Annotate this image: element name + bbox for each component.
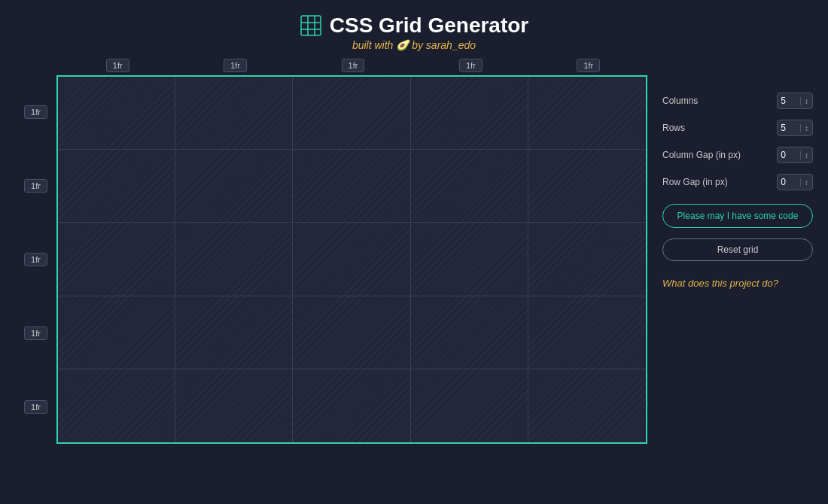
row-label-1: 1fr [15, 75, 56, 149]
grid-cell[interactable] [293, 223, 410, 296]
rows-input[interactable] [778, 120, 800, 135]
col-gap-label: Column Gap (in px) [662, 150, 741, 160]
controls-panel: Columns ↕ Rows ↕ Column Gap (in px) ↕ Ro… [662, 59, 813, 289]
grid-cell[interactable] [175, 223, 293, 296]
row-label-4: 1fr [15, 296, 56, 370]
grid-cell[interactable] [411, 77, 528, 150]
app-subtitle: built with 🥑 by sarah_edo [300, 39, 529, 51]
grid-cell[interactable] [175, 369, 293, 442]
grid-cell[interactable] [175, 150, 293, 223]
grid-cell[interactable] [293, 369, 410, 442]
get-code-button[interactable]: Please may I have some code [662, 204, 813, 228]
row-gap-input[interactable] [778, 175, 800, 190]
grid-cell[interactable] [293, 150, 410, 223]
rows-label: Rows [662, 123, 685, 133]
col-gap-control-row: Column Gap (in px) ↕ [662, 147, 813, 163]
columns-input[interactable] [778, 93, 800, 108]
grid-cell[interactable] [528, 223, 646, 296]
grid-cell[interactable] [293, 77, 410, 150]
row-gap-spinner[interactable]: ↕ [800, 178, 812, 187]
columns-control-row: Columns ↕ [662, 93, 813, 109]
grid-with-row-labels: 1fr 1fr 1fr 1fr 1fr [15, 75, 647, 444]
header: CSS Grid Generator built with 🥑 by sarah… [300, 0, 529, 59]
reset-grid-button[interactable]: Reset grid [662, 238, 813, 261]
col-gap-input-group[interactable]: ↕ [777, 147, 813, 163]
col-gap-spinner[interactable]: ↕ [800, 151, 812, 159]
grid-cell[interactable] [528, 296, 646, 369]
grid-cell[interactable] [293, 296, 410, 369]
grid-cell[interactable] [175, 296, 293, 369]
grid-section: 1fr 1fr 1fr 1fr 1fr 1fr 1fr [15, 59, 647, 444]
main-area: 1fr 1fr 1fr 1fr 1fr 1fr 1fr [0, 59, 828, 504]
col-label-5: 1fr [530, 59, 647, 72]
row-gap-label: Row Gap (in px) [662, 177, 728, 187]
col-gap-input[interactable] [778, 147, 800, 162]
col-label-3: 1fr [294, 59, 412, 72]
grid-cell[interactable] [528, 77, 646, 150]
app-title: CSS Grid Generator [330, 14, 529, 38]
grid-cell[interactable] [58, 296, 175, 369]
grid-cell[interactable] [411, 223, 528, 296]
grid-cell[interactable] [58, 369, 175, 442]
rows-control-row: Rows ↕ [662, 120, 813, 136]
row-label-2: 1fr [15, 149, 56, 223]
grid-cell[interactable] [58, 150, 175, 223]
grid-cell[interactable] [411, 296, 528, 369]
grid-cell[interactable] [528, 369, 646, 442]
css-grid[interactable] [56, 75, 647, 444]
rows-input-group[interactable]: ↕ [777, 120, 813, 136]
row-gap-control-row: Row Gap (in px) ↕ [662, 174, 813, 190]
grid-cell[interactable] [58, 223, 175, 296]
col-label-1: 1fr [59, 59, 176, 72]
columns-input-group[interactable]: ↕ [777, 93, 813, 109]
col-label-4: 1fr [412, 59, 529, 72]
what-does-link[interactable]: What does this project do? [662, 278, 813, 289]
columns-spinner[interactable]: ↕ [800, 97, 812, 105]
grid-app-icon [300, 14, 322, 37]
grid-cell[interactable] [411, 369, 528, 442]
row-gap-input-group[interactable]: ↕ [777, 174, 813, 190]
grid-cell[interactable] [528, 150, 646, 223]
col-label-2: 1fr [176, 59, 294, 72]
grid-cell[interactable] [175, 77, 293, 150]
row-label-3: 1fr [15, 223, 56, 296]
columns-label: Columns [662, 96, 698, 106]
svg-rect-0 [301, 16, 321, 35]
column-labels: 1fr 1fr 1fr 1fr 1fr [59, 59, 647, 72]
rows-spinner[interactable]: ↕ [800, 124, 812, 132]
grid-cell[interactable] [58, 77, 175, 150]
row-label-5: 1fr [15, 370, 56, 444]
grid-cell[interactable] [411, 150, 528, 223]
row-labels: 1fr 1fr 1fr 1fr 1fr [15, 75, 56, 444]
